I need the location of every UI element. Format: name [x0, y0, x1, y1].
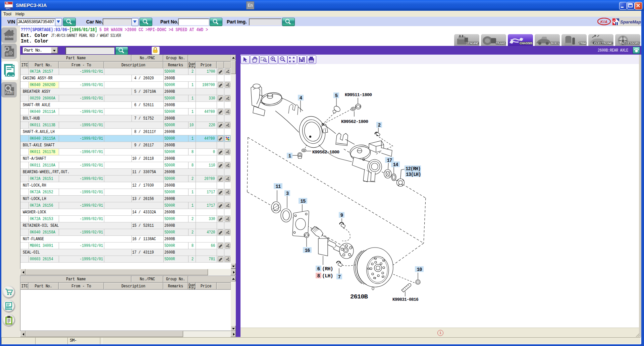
svg-text:K99511-1800: K99511-1800 [345, 92, 372, 97]
svg-text:K99562-1800: K99562-1800 [341, 119, 368, 124]
svg-text:(RH): (RH) [322, 266, 333, 272]
svg-text:CODE: CODE [7, 307, 13, 309]
svg-text:16: 16 [305, 248, 310, 253]
svg-text:3: 3 [286, 191, 289, 196]
svg-text:1: 1 [288, 153, 291, 159]
svg-text:8: 8 [317, 273, 320, 279]
svg-text:14: 14 [393, 162, 398, 167]
svg-text:9: 9 [340, 213, 343, 218]
svg-text:K99562-1800: K99562-1800 [312, 150, 339, 155]
svg-text:11: 11 [276, 184, 281, 189]
svg-text:7: 7 [338, 274, 341, 280]
svg-text:6: 6 [317, 266, 320, 272]
svg-text:2: 2 [378, 123, 381, 128]
svg-text:K99831-0816: K99831-0816 [392, 297, 419, 302]
svg-text:4: 4 [300, 95, 302, 101]
svg-text:EPC: EPC [6, 7, 10, 10]
svg-text:13(LH): 13(LH) [406, 172, 421, 177]
svg-text:10: 10 [417, 267, 422, 272]
svg-text:HOME: HOME [5, 35, 14, 39]
svg-text:(LH): (LH) [322, 273, 333, 279]
svg-text:PART: PART [5, 91, 14, 95]
svg-text:KIA: KIA [600, 20, 608, 24]
svg-text:12(RH): 12(RH) [406, 166, 420, 171]
svg-text:2610B: 2610B [350, 293, 368, 300]
svg-text:5: 5 [335, 93, 338, 98]
svg-text:15: 15 [301, 199, 306, 204]
svg-text:SpareMap: SpareMap [620, 19, 641, 24]
